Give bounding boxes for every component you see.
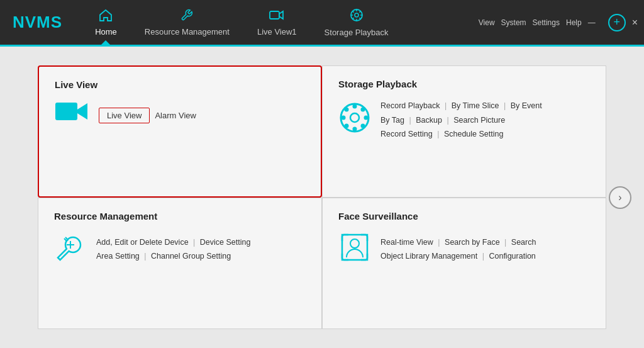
wrench-icon: [180, 9, 194, 25]
schedule-setting-link[interactable]: Schedule Setting: [444, 130, 504, 138]
svg-point-18: [345, 108, 349, 112]
record-setting-link[interactable]: Record Setting: [380, 130, 433, 138]
main-content: Live View Live View Alarm View Storage P…: [0, 47, 644, 348]
card-storage-title: Storage Playback: [338, 79, 590, 89]
object-library-link[interactable]: Object Library Management: [380, 252, 477, 261]
nav-bar: Home Resource Management Live View1: [81, 0, 479, 45]
svg-point-16: [341, 116, 346, 120]
svg-line-7: [352, 11, 353, 12]
app-logo: NVMS: [6, 13, 69, 32]
settings-action[interactable]: Settings: [533, 18, 560, 27]
svg-point-20: [361, 108, 365, 112]
add-tab-button[interactable]: +: [608, 14, 626, 31]
video-camera-icon: [55, 99, 89, 132]
nav-liveview1[interactable]: Live View1: [243, 0, 311, 45]
channel-group-setting-link[interactable]: Channel Group Setting: [151, 252, 231, 261]
live-view-button[interactable]: Live View: [99, 108, 150, 123]
configuration-link[interactable]: Configuration: [489, 252, 535, 261]
card-live-view[interactable]: Live View Live View Alarm View: [38, 65, 322, 198]
nav-storage-label: Storage Playback: [325, 28, 389, 37]
svg-point-19: [361, 124, 365, 128]
camera-icon: [269, 9, 284, 25]
alarm-view-label[interactable]: Alarm View: [155, 111, 196, 120]
svg-point-15: [353, 127, 357, 132]
device-setting-link[interactable]: Device Setting: [200, 238, 251, 247]
svg-rect-11: [55, 103, 77, 120]
by-time-slice-link[interactable]: By Time Slice: [452, 101, 499, 110]
search-link[interactable]: Search: [511, 238, 536, 247]
by-event-link[interactable]: By Event: [511, 101, 542, 110]
nav-resource[interactable]: Resource Management: [131, 0, 243, 45]
add-edit-delete-device-link[interactable]: Add, Edit or Delete Device: [96, 238, 189, 247]
area-setting-link[interactable]: Area Setting: [96, 252, 140, 261]
system-action[interactable]: System: [501, 18, 526, 27]
search-picture-link[interactable]: Search Picture: [453, 116, 505, 125]
tools-icon: [54, 231, 87, 268]
card-resource-body: Add, Edit or Delete Device | Device Sett…: [54, 231, 306, 268]
header: NVMS Home Resource Management: [0, 0, 644, 45]
card-resource-title: Resource Management: [54, 211, 306, 222]
nav-home[interactable]: Home: [81, 0, 131, 45]
minimize-button[interactable]: —: [588, 18, 596, 27]
header-actions: View System Settings Help — + ×: [479, 14, 638, 31]
svg-point-21: [345, 124, 349, 128]
by-tag-link[interactable]: By Tag: [380, 116, 404, 125]
card-face-body: Real-time View | Search by Face | Search…: [338, 231, 590, 268]
svg-point-13: [350, 113, 359, 122]
face-icon: [338, 231, 371, 268]
next-arrow-button[interactable]: ›: [609, 186, 631, 209]
svg-point-2: [355, 13, 358, 17]
live-view-buttons: Live View Alarm View: [99, 108, 196, 123]
nav-liveview1-label: Live View1: [257, 27, 297, 36]
card-face-title: Face Surveillance: [338, 211, 590, 222]
view-action[interactable]: View: [479, 18, 495, 27]
storage-links: Record Playback | By Time Slice | By Eve…: [380, 99, 542, 142]
svg-point-25: [350, 239, 359, 248]
nav-home-label: Home: [95, 27, 117, 36]
svg-line-10: [352, 18, 353, 19]
home-icon: [99, 9, 113, 25]
svg-point-14: [353, 104, 357, 109]
film-reel-icon: [338, 101, 371, 138]
svg-line-8: [359, 18, 360, 19]
card-storage-playback[interactable]: Storage Playback Record Pla: [322, 65, 606, 198]
help-action[interactable]: Help: [566, 18, 582, 27]
face-links: Real-time View | Search by Face | Search…: [380, 235, 536, 264]
card-live-view-title: Live View: [55, 79, 305, 90]
resource-links: Add, Edit or Delete Device | Device Sett…: [96, 235, 250, 264]
realtime-view-link[interactable]: Real-time View: [380, 238, 433, 247]
card-live-view-body: Live View Alarm View: [55, 99, 305, 132]
backup-link[interactable]: Backup: [416, 116, 442, 125]
nav-storage[interactable]: Storage Playback: [311, 0, 402, 45]
record-playback-link[interactable]: Record Playback: [380, 101, 440, 110]
search-by-face-link[interactable]: Search by Face: [445, 238, 500, 247]
close-button[interactable]: ×: [632, 17, 638, 28]
card-face-surveillance[interactable]: Face Surveillance: [322, 198, 606, 330]
film-icon: [349, 8, 364, 25]
svg-point-17: [364, 116, 369, 120]
nav-resource-label: Resource Management: [145, 27, 230, 36]
card-resource-management[interactable]: Resource Management Add, Edit or Delete …: [38, 198, 322, 330]
svg-rect-0: [270, 11, 279, 19]
card-storage-body: Record Playback | By Time Slice | By Eve…: [338, 99, 590, 142]
svg-line-9: [359, 11, 360, 12]
